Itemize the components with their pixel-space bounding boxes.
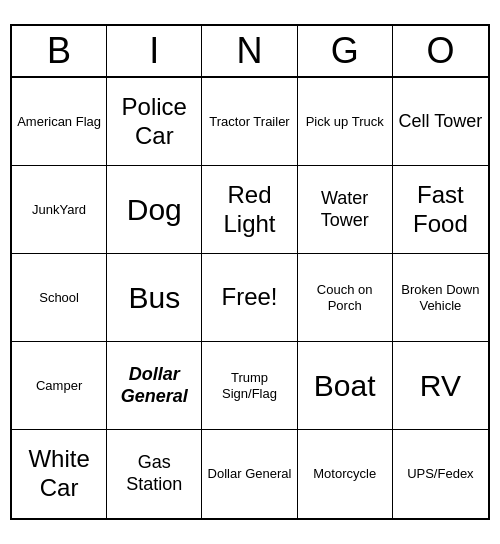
bingo-cell: Gas Station — [107, 430, 202, 518]
bingo-cell: JunkYard — [12, 166, 107, 254]
bingo-cell: Broken Down Vehicle — [393, 254, 488, 342]
bingo-cell: Tractor Trailer — [202, 78, 297, 166]
bingo-header: BINGO — [12, 26, 488, 78]
bingo-cell: UPS/Fedex — [393, 430, 488, 518]
header-letter: G — [298, 26, 393, 76]
header-letter: B — [12, 26, 107, 76]
bingo-cell: Motorcycle — [298, 430, 393, 518]
header-letter: N — [202, 26, 297, 76]
header-letter: I — [107, 26, 202, 76]
bingo-cell: Dollar General — [107, 342, 202, 430]
bingo-cell: Dollar General — [202, 430, 297, 518]
bingo-cell: Camper — [12, 342, 107, 430]
bingo-cell: Free! — [202, 254, 297, 342]
bingo-cell: Red Light — [202, 166, 297, 254]
bingo-cell: Bus — [107, 254, 202, 342]
bingo-cell: RV — [393, 342, 488, 430]
bingo-cell: Cell Tower — [393, 78, 488, 166]
bingo-cell: Couch on Porch — [298, 254, 393, 342]
bingo-cell: Fast Food — [393, 166, 488, 254]
bingo-cell: American Flag — [12, 78, 107, 166]
header-letter: O — [393, 26, 488, 76]
bingo-card: BINGO American FlagPolice CarTractor Tra… — [10, 24, 490, 520]
bingo-cell: Pick up Truck — [298, 78, 393, 166]
bingo-grid: American FlagPolice CarTractor TrailerPi… — [12, 78, 488, 518]
bingo-cell: School — [12, 254, 107, 342]
bingo-cell: Trump Sign/Flag — [202, 342, 297, 430]
bingo-cell: Water Tower — [298, 166, 393, 254]
bingo-cell: Police Car — [107, 78, 202, 166]
bingo-cell: White Car — [12, 430, 107, 518]
bingo-cell: Boat — [298, 342, 393, 430]
bingo-cell: Dog — [107, 166, 202, 254]
